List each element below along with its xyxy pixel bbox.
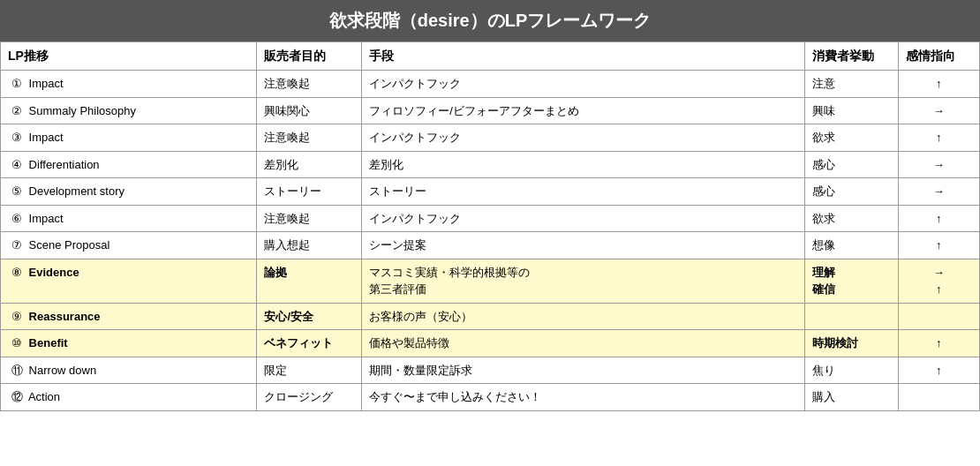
cell-emotion: →↑	[898, 259, 979, 303]
cell-consumer: 興味	[804, 97, 898, 124]
row-number: ⑦	[8, 237, 26, 254]
cell-consumer: 注意	[804, 71, 898, 98]
lp-name: Benefit	[26, 336, 68, 350]
lp-name: Reassurance	[26, 310, 101, 323]
lp-name: Impact	[26, 77, 64, 90]
lp-name: Summaly Philosophy	[26, 104, 136, 117]
cell-means: お客様の声（安心）	[362, 303, 805, 330]
header-consumer: 消費者挙動	[804, 42, 898, 71]
row-number: ⑫	[8, 388, 26, 406]
cell-seller: 注意喚起	[257, 124, 362, 152]
table-row: ⑪ Narrow down限定期間・数量限定訴求焦り↑	[1, 357, 980, 384]
cell-means: フィロソフィー/ビフォーアフターまとめ	[362, 97, 805, 124]
cell-emotion: →	[898, 178, 979, 206]
row-number: ⑪	[8, 362, 26, 380]
cell-seller: 注意喚起	[257, 205, 362, 232]
cell-consumer: 理解確信	[804, 259, 898, 303]
cell-emotion: ↑	[898, 124, 979, 152]
header-lp: LP推移	[1, 42, 257, 71]
cell-seller: ストーリー	[257, 178, 362, 206]
cell-means: マスコミ実績・科学的根拠等の第三者評価	[362, 259, 805, 303]
lp-name: Narrow down	[26, 364, 96, 377]
cell-emotion	[898, 384, 979, 411]
cell-means: 期間・数量限定訴求	[362, 357, 805, 384]
cell-means: インパクトフック	[362, 124, 805, 152]
lp-name: Development story	[26, 184, 124, 198]
row-number: ①	[8, 75, 26, 93]
table-row: ② Summaly Philosophy興味関心フィロソフィー/ビフォーアフター…	[1, 97, 980, 124]
cell-emotion: ↑	[898, 330, 979, 357]
cell-seller: 購入想起	[257, 232, 362, 259]
cell-seller: 興味関心	[257, 97, 362, 124]
cell-seller: 安心/安全	[257, 303, 362, 330]
cell-consumer: 欲求	[804, 124, 898, 152]
cell-lp: ⑤ Development story	[1, 178, 257, 206]
cell-emotion: ↑	[898, 71, 979, 98]
cell-seller: 注意喚起	[257, 71, 362, 98]
title-bar: 欲求段階（desire）のLPフレームワーク	[0, 0, 980, 41]
page-title: 欲求段階（desire）のLPフレームワーク	[329, 11, 651, 30]
table-row: ⑫ Actionクロージング今すぐ〜まで申し込みください！購入	[1, 384, 980, 411]
table-row: ⑤ Development storyストーリーストーリー感心→	[1, 178, 980, 206]
lp-name: Scene Proposal	[26, 238, 109, 252]
lp-name: Evidence	[26, 266, 79, 279]
cell-means: インパクトフック	[362, 205, 805, 232]
table-row: ① Impact注意喚起インパクトフック注意↑	[1, 71, 980, 98]
table-row: ⑦ Scene Proposal購入想起シーン提案想像↑	[1, 232, 980, 259]
lp-name: Impact	[26, 212, 64, 225]
row-number: ⑧	[8, 264, 26, 282]
cell-seller: 差別化	[257, 151, 362, 178]
cell-consumer: 想像	[804, 232, 898, 259]
lp-name: Impact	[26, 131, 64, 144]
cell-emotion: →	[898, 151, 979, 178]
table-row: ③ Impact注意喚起インパクトフック欲求↑	[1, 124, 980, 152]
cell-means: シーン提案	[362, 232, 805, 259]
table-row: ⑩ Benefitベネフィット価格や製品特徴時期検討↑	[1, 330, 980, 357]
cell-lp: ⑩ Benefit	[1, 330, 257, 357]
cell-emotion: ↑	[898, 205, 979, 232]
table-row: ⑧ Evidence論拠マスコミ実績・科学的根拠等の第三者評価理解確信→↑	[1, 259, 980, 303]
cell-means: 差別化	[362, 151, 805, 178]
row-number: ⑨	[8, 308, 26, 326]
cell-means: 価格や製品特徴	[362, 330, 805, 357]
cell-consumer: 欲求	[804, 205, 898, 232]
header-seller: 販売者目的	[257, 42, 362, 71]
lp-name: Differentiation	[26, 158, 100, 171]
cell-seller: 論拠	[257, 259, 362, 303]
row-number: ③	[8, 129, 26, 147]
cell-lp: ⑨ Reassurance	[1, 303, 257, 330]
row-number: ④	[8, 156, 26, 174]
framework-table: LP推移 販売者目的 手段 消費者挙動 感情指向 ① Impact注意喚起インパ…	[0, 41, 980, 411]
cell-lp: ③ Impact	[1, 124, 257, 152]
cell-lp: ① Impact	[1, 71, 257, 98]
cell-lp: ⑥ Impact	[1, 205, 257, 232]
cell-emotion	[898, 303, 979, 330]
cell-emotion: →	[898, 97, 979, 124]
cell-means: 今すぐ〜まで申し込みください！	[362, 384, 805, 411]
cell-emotion: ↑	[898, 232, 979, 259]
cell-lp: ② Summaly Philosophy	[1, 97, 257, 124]
cell-lp: ⑫ Action	[1, 384, 257, 411]
cell-seller: クロージング	[257, 384, 362, 411]
row-number: ⑤	[8, 183, 26, 200]
table-row: ⑥ Impact注意喚起インパクトフック欲求↑	[1, 205, 980, 232]
cell-consumer: 感心	[804, 178, 898, 206]
header-emotion: 感情指向	[898, 42, 979, 71]
row-number: ⑥	[8, 210, 26, 228]
cell-emotion: ↑	[898, 357, 979, 384]
cell-consumer: 購入	[804, 384, 898, 411]
cell-consumer: 感心	[804, 151, 898, 178]
cell-lp: ⑪ Narrow down	[1, 357, 257, 384]
table-header-row: LP推移 販売者目的 手段 消費者挙動 感情指向	[1, 42, 980, 71]
cell-lp: ④ Differentiation	[1, 151, 257, 178]
cell-consumer: 時期検討	[804, 330, 898, 357]
row-number: ②	[8, 102, 26, 120]
cell-lp: ⑧ Evidence	[1, 259, 257, 303]
table-row: ④ Differentiation差別化差別化感心→	[1, 151, 980, 178]
cell-consumer	[804, 303, 898, 330]
cell-seller: 限定	[257, 357, 362, 384]
cell-means: ストーリー	[362, 178, 805, 206]
cell-lp: ⑦ Scene Proposal	[1, 232, 257, 259]
table-row: ⑨ Reassurance安心/安全お客様の声（安心）	[1, 303, 980, 330]
lp-name: Action	[26, 390, 60, 403]
